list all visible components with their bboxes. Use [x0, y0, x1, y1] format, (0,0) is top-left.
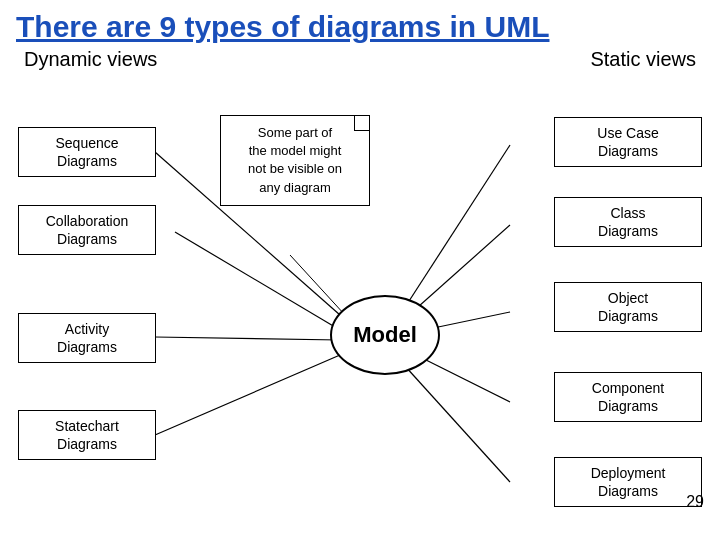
class-diagrams-box: Class Diagrams — [554, 197, 702, 247]
model-ellipse: Model — [330, 295, 440, 375]
svg-line-8 — [395, 355, 510, 482]
collaboration-diagrams-box: Collaboration Diagrams — [18, 205, 156, 255]
usecase-diagrams-box: Use Case Diagrams — [554, 117, 702, 167]
static-views-label: Static views — [590, 48, 696, 71]
sequence-diagrams-box: Sequence Diagrams — [18, 127, 156, 177]
activity-diagrams-box: Activity Diagrams — [18, 313, 156, 363]
svg-line-1 — [175, 232, 340, 330]
svg-line-3 — [155, 355, 340, 435]
note-box: Some part of the model might not be visi… — [220, 115, 370, 206]
dynamic-views-label: Dynamic views — [24, 48, 157, 71]
deployment-diagrams-box: Deployment Diagrams — [554, 457, 702, 507]
statechart-diagrams-box: Statechart Diagrams — [18, 410, 156, 460]
svg-line-2 — [155, 337, 340, 340]
page-title: There are 9 types of diagrams in UML — [0, 0, 720, 48]
svg-line-9 — [290, 255, 345, 315]
svg-line-4 — [400, 145, 510, 315]
page-number: 29 — [686, 493, 704, 511]
object-diagrams-box: Object Diagrams — [554, 282, 702, 332]
component-diagrams-box: Component Diagrams — [554, 372, 702, 422]
